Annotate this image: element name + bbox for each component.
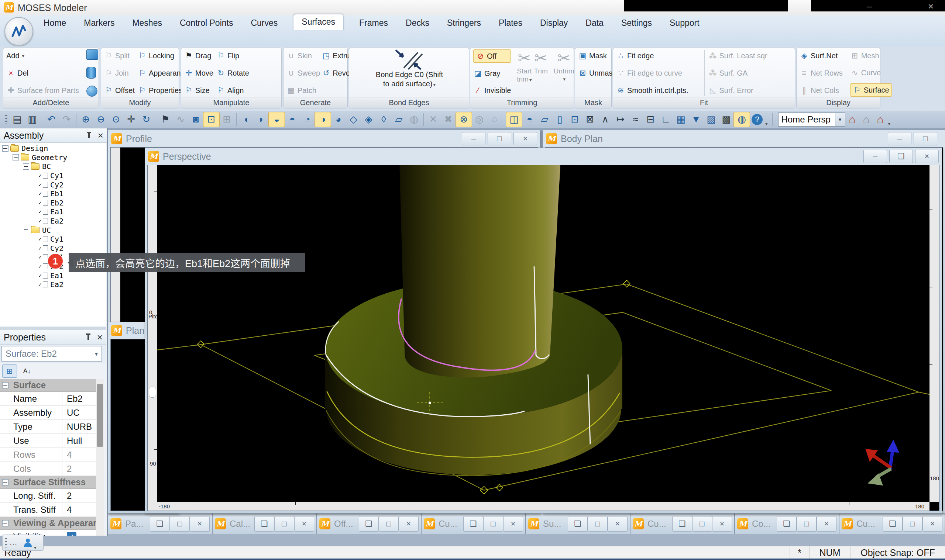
profile-title-bar[interactable]: M Profile – □ ×: [108, 130, 540, 147]
maximize-button[interactable]: □: [488, 132, 511, 145]
erase-x-icon[interactable]: ✖: [441, 112, 456, 126]
window-minimize-button[interactable]: –: [867, 1, 872, 12]
restore-button[interactable]: ❏: [463, 516, 483, 532]
tree-item-design[interactable]: Design: [0, 144, 106, 153]
surf-net-button[interactable]: ◈Surf.Net: [800, 49, 843, 62]
tree-item-bc-ea2[interactable]: ✓Ea2: [0, 217, 106, 226]
pitch-ruler[interactable]: 0 Pitch -90: [148, 165, 157, 502]
tab-frames[interactable]: Frames: [357, 15, 390, 30]
size-button[interactable]: ⚐Size: [184, 84, 213, 97]
tree-item-uc-cy2[interactable]: ✓Cy2: [0, 244, 106, 253]
tree-item-bc-cy2[interactable]: ✓Cy2: [0, 180, 106, 189]
axis-icon[interactable]: ∟: [658, 112, 673, 126]
tab-control-points[interactable]: Control Points: [177, 15, 235, 30]
overflow-icon[interactable]: ▾: [34, 545, 37, 551]
maximize-button[interactable]: □: [170, 516, 190, 532]
render-sphere-icon[interactable]: ◍: [734, 112, 750, 127]
table-icon[interactable]: ▦: [673, 112, 688, 126]
home-view-add-icon[interactable]: ⌂: [845, 113, 859, 126]
application-menu-button[interactable]: [5, 17, 33, 46]
tab-markers[interactable]: Markers: [82, 15, 117, 30]
properties-scrollbar[interactable]: [96, 379, 104, 535]
split-button[interactable]: ⚐Split: [104, 49, 135, 62]
property-row-type[interactable]: TypeNURB: [0, 420, 96, 434]
toolbar-grip[interactable]: [5, 115, 8, 124]
surface-panel-icon[interactable]: ◫: [506, 112, 522, 127]
curve-node-icon[interactable]: ∧: [598, 112, 613, 126]
tree-item-geometry[interactable]: Geometry: [0, 153, 106, 162]
spline-icon[interactable]: ∿: [173, 112, 188, 126]
join-button[interactable]: ⚐Join: [104, 67, 135, 79]
surf-least-sqr-button[interactable]: ⁂Surf. Least sqr: [708, 49, 793, 62]
close-button[interactable]: ×: [503, 516, 523, 532]
restore-button[interactable]: ❏: [889, 150, 913, 163]
toolbar-overflow-icon[interactable]: ▾: [765, 121, 768, 126]
maximize-button[interactable]: □: [903, 516, 922, 532]
tree-item-bc-eb2[interactable]: ✓Eb2: [0, 198, 106, 208]
trim-button[interactable]: ✂ Trim: [534, 49, 547, 97]
maximize-button[interactable]: □: [483, 516, 503, 532]
trim-off-button[interactable]: ⊘Off: [473, 49, 511, 63]
mask-button[interactable]: ▣Mask: [578, 49, 616, 62]
view-preset-select[interactable]: Home Persp ▾: [778, 112, 845, 126]
close-button[interactable]: ×: [915, 150, 939, 163]
section-surface[interactable]: Surface: [0, 379, 96, 392]
save-as-icon[interactable]: ▥: [25, 112, 40, 126]
property-row-use[interactable]: UseHull: [0, 434, 96, 448]
minimized-window-cu2[interactable]: MCu... ❏ □ ×: [630, 513, 735, 534]
minimized-window-cal[interactable]: MCal... ❏ □ ×: [212, 513, 317, 534]
toolbar-grip[interactable]: [5, 538, 7, 548]
bond-edge-c0-button[interactable]: Bond Edge C0 (Shift to add surface)▾: [376, 49, 443, 97]
view-solid-icon[interactable]: ◈: [361, 112, 376, 126]
close-button[interactable]: ×: [922, 516, 942, 532]
categorized-view-button[interactable]: ⊞: [2, 365, 17, 378]
restore-button[interactable]: ❏: [568, 516, 588, 532]
add-button[interactable]: Add▾: [6, 49, 79, 62]
close-button[interactable]: ×: [513, 132, 537, 145]
tab-data[interactable]: Data: [583, 15, 606, 30]
close-button[interactable]: ×: [817, 516, 837, 532]
snap-x-icon[interactable]: ⊗: [456, 112, 472, 127]
smooth-int-ctrl-pts-button[interactable]: ≋Smooth int.ctrl.pts.: [616, 84, 701, 97]
maximize-button[interactable]: □: [692, 516, 712, 532]
rotate-button[interactable]: ↻Rotate: [216, 67, 249, 79]
grid-icon[interactable]: ⊞: [219, 112, 234, 126]
offset-button[interactable]: ⚐Offset: [104, 84, 135, 97]
move-button[interactable]: ✛Move: [184, 67, 213, 79]
tab-meshes[interactable]: Meshes: [130, 15, 164, 30]
close-button[interactable]: ×: [607, 516, 627, 532]
zoom-in-icon[interactable]: ⊕: [78, 112, 93, 126]
restore-button[interactable]: ❏: [359, 516, 379, 532]
perspective-title-bar[interactable]: M Perspective – ❏ ×: [145, 148, 942, 165]
maximize-button[interactable]: □: [379, 516, 399, 532]
minimized-window-cu1[interactable]: MCu... ❏ □ ×: [421, 513, 526, 534]
home-view-icon[interactable]: ⌂: [859, 113, 873, 126]
pin-icon[interactable]: [88, 335, 89, 340]
surf-error-button[interactable]: ◺Surf. Error: [708, 84, 793, 97]
yaw-ruler[interactable]: -180 180: [148, 502, 930, 511]
section-viewing-appearance[interactable]: Viewing & Appearar: [0, 517, 96, 530]
add-sphere-button[interactable]: [86, 86, 97, 97]
pitch-slider-thumb[interactable]: [149, 387, 156, 398]
tab-surfaces[interactable]: Surfaces: [293, 14, 344, 30]
tab-support[interactable]: Support: [668, 15, 702, 30]
minimized-window-cu3[interactable]: MCu... ❏ □ ×: [839, 513, 945, 534]
minimize-button[interactable]: –: [863, 150, 887, 163]
ghost-circle-icon[interactable]: ◎: [472, 112, 487, 126]
calculator-icon[interactable]: ▩: [719, 112, 734, 126]
tree-item-uc-ea2[interactable]: ✓Ea2: [0, 280, 106, 289]
surface-display-button[interactable]: ⚐Surface: [850, 83, 892, 97]
add-box-button[interactable]: [86, 49, 98, 60]
wave-icon[interactable]: ≈: [628, 112, 643, 126]
finish-flag-icon[interactable]: ⚑: [158, 112, 173, 126]
view-quarter-icon[interactable]: ◔: [300, 112, 315, 126]
property-row-long-stiff[interactable]: Long. Stiff.2: [0, 489, 96, 503]
sort-az-button[interactable]: A↓: [20, 365, 34, 377]
tree-item-uc[interactable]: UC: [0, 225, 106, 235]
half-view-icon[interactable]: ◓: [522, 112, 537, 126]
close-button[interactable]: ×: [294, 516, 314, 532]
surface-snap-icon[interactable]: ⊡: [203, 112, 219, 127]
view-lens-icon[interactable]: ◊: [376, 112, 391, 126]
start-trim-button[interactable]: ✂ Start trim▾: [517, 49, 532, 97]
perspective-canvas[interactable]: [157, 165, 930, 502]
